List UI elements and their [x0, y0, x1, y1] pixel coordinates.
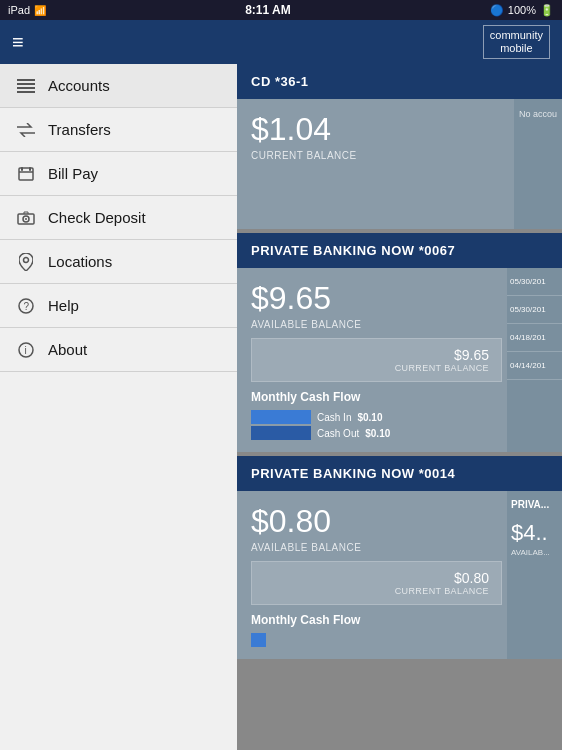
about-icon: i	[16, 340, 36, 360]
no-account-text: No accou	[519, 109, 557, 119]
sidebar-item-label: Check Deposit	[48, 209, 146, 226]
checkdeposit-icon	[16, 208, 36, 228]
sidebar: Accounts Transfers Bill Pay	[0, 64, 237, 750]
account-card-title: CD *36-1	[237, 64, 562, 99]
account-card-title: PRIVATE BANKING NOW *0067	[237, 233, 562, 268]
svg-rect-2	[17, 87, 35, 89]
trans-date: 05/30/201	[507, 268, 562, 296]
balance-amount: $9.65	[251, 280, 502, 317]
locations-icon	[16, 252, 36, 272]
balance-label: AVAILABLE BALANCE	[251, 319, 502, 330]
cash-in-row	[251, 633, 502, 647]
sidebar-item-label: Transfers	[48, 121, 111, 138]
sidebar-item-transfers[interactable]: Transfers	[0, 108, 237, 152]
svg-rect-3	[17, 91, 35, 93]
current-balance-amount: $0.80	[454, 570, 489, 586]
logo-line2: mobile	[490, 42, 543, 55]
cash-flow-title: Monthly Cash Flow	[251, 613, 502, 627]
current-balance-box: $0.80 CURRENT BALANCE	[251, 561, 502, 605]
cash-flow-bars: Cash In $0.10 Cash Out $0.10	[251, 410, 502, 440]
current-balance-label: CURRENT BALANCE	[395, 363, 489, 373]
trans-date: 05/30/201	[507, 296, 562, 324]
transfers-icon	[16, 120, 36, 140]
cash-out-label: Cash Out	[317, 428, 359, 439]
sidebar-item-billpay[interactable]: Bill Pay	[0, 152, 237, 196]
status-right: 🔵 100% 🔋	[490, 4, 554, 17]
partial-label: PRIVA...	[507, 491, 562, 518]
app-logo: community mobile	[483, 25, 550, 59]
partial-amount: $4..	[507, 518, 562, 548]
sidebar-item-accounts[interactable]: Accounts	[0, 64, 237, 108]
transactions-panel-partial: PRIVA... $4.. AVAILAB...	[507, 491, 562, 659]
sidebar-item-locations[interactable]: Locations	[0, 240, 237, 284]
svg-text:?: ?	[24, 301, 30, 312]
svg-text:i: i	[25, 345, 27, 356]
svg-rect-6	[21, 167, 23, 171]
wifi-icon: 📶	[34, 5, 46, 16]
balance-label: AVAILABLE BALANCE	[251, 542, 502, 553]
cash-in-amount: $0.10	[357, 412, 382, 423]
account-card-body: $0.80 AVAILABLE BALANCE $0.80 CURRENT BA…	[237, 491, 562, 659]
cash-out-row: Cash Out $0.10	[251, 426, 502, 440]
status-bar: iPad 📶 8:11 AM 🔵 100% 🔋	[0, 0, 562, 20]
current-balance-amount: $9.65	[454, 347, 489, 363]
balance-label: CURRENT BALANCE	[251, 150, 548, 161]
app-header: ≡ community mobile	[0, 20, 562, 64]
account-card-pbn0014[interactable]: PRIVATE BANKING NOW *0014 $0.80 AVAILABL…	[237, 456, 562, 659]
accounts-list[interactable]: CD *36-1 $1.04 CURRENT BALANCE No accou …	[237, 64, 562, 750]
sidebar-item-label: Help	[48, 297, 79, 314]
partial-balance-label: AVAILAB...	[507, 548, 562, 557]
cash-flow-bars	[251, 633, 502, 647]
svg-rect-0	[17, 79, 35, 81]
current-balance-box: $9.65 CURRENT BALANCE	[251, 338, 502, 382]
cash-in-row: Cash In $0.10	[251, 410, 502, 424]
app-body: Accounts Transfers Bill Pay	[0, 64, 562, 750]
account-card-pbn0067[interactable]: PRIVATE BANKING NOW *0067 $9.65 AVAILABL…	[237, 233, 562, 452]
sidebar-item-about[interactable]: i About	[0, 328, 237, 372]
cash-out-bar	[251, 426, 311, 440]
billpay-icon	[16, 164, 36, 184]
sidebar-item-label: About	[48, 341, 87, 358]
account-card-cd[interactable]: CD *36-1 $1.04 CURRENT BALANCE No accou	[237, 64, 562, 229]
battery-icon: 🔋	[540, 4, 554, 17]
cash-in-bar	[251, 410, 311, 424]
cash-out-amount: $0.10	[365, 428, 390, 439]
trans-date: 04/14/201	[507, 352, 562, 380]
battery-label: 100%	[508, 4, 536, 16]
sidebar-item-label: Accounts	[48, 77, 110, 94]
cash-flow-title: Monthly Cash Flow	[251, 390, 502, 404]
current-balance-label: CURRENT BALANCE	[395, 586, 489, 596]
accounts-icon	[16, 76, 36, 96]
svg-point-11	[24, 257, 29, 262]
balance-amount: $0.80	[251, 503, 502, 540]
bluetooth-icon: 🔵	[490, 4, 504, 17]
transactions-panel: 05/30/201 05/30/201 04/18/201 04/14/201	[507, 268, 562, 452]
status-time: 8:11 AM	[245, 3, 291, 17]
cash-flow-section: Monthly Cash Flow	[251, 613, 502, 647]
svg-rect-1	[17, 83, 35, 85]
device-label: iPad	[8, 4, 30, 16]
sidebar-item-help[interactable]: ? Help	[0, 284, 237, 328]
sidebar-item-checkdeposit[interactable]: Check Deposit	[0, 196, 237, 240]
cash-in-bar	[251, 633, 266, 647]
account-card-title: PRIVATE BANKING NOW *0014	[237, 456, 562, 491]
cash-in-label: Cash In	[317, 412, 351, 423]
cash-flow-section: Monthly Cash Flow Cash In $0.10 Cash Out…	[251, 390, 502, 440]
sidebar-item-label: Bill Pay	[48, 165, 98, 182]
svg-point-10	[25, 218, 27, 220]
menu-button[interactable]: ≡	[12, 31, 24, 54]
help-icon: ?	[16, 296, 36, 316]
logo-line1: community	[490, 29, 543, 42]
no-account-panel: No accou	[514, 99, 562, 229]
status-left: iPad 📶	[8, 4, 46, 16]
sidebar-item-label: Locations	[48, 253, 112, 270]
svg-rect-7	[29, 167, 31, 171]
balance-amount: $1.04	[251, 111, 548, 148]
account-card-body: $1.04 CURRENT BALANCE No accou	[237, 99, 562, 229]
trans-date: 04/18/201	[507, 324, 562, 352]
account-card-body: $9.65 AVAILABLE BALANCE $9.65 CURRENT BA…	[237, 268, 562, 452]
